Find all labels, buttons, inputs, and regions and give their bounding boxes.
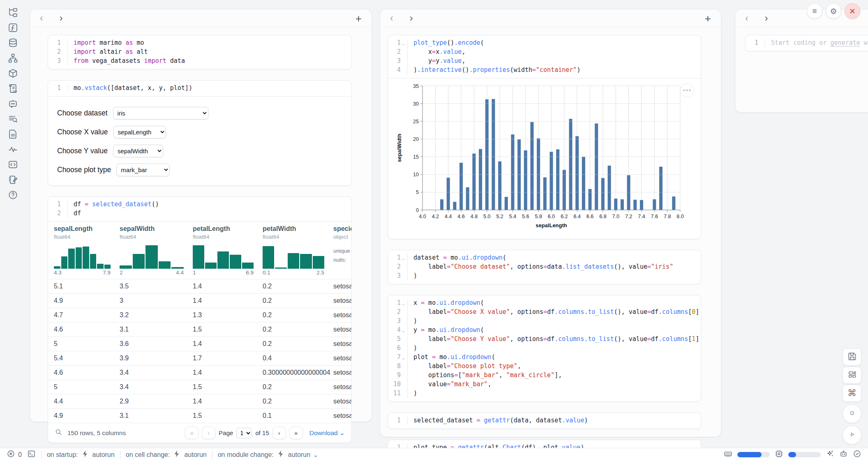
- generate-with-ai-link[interactable]: generate: [831, 39, 860, 46]
- code-editor[interactable]: 1 df = selected_dataset()2 df: [48, 197, 351, 221]
- search-icon[interactable]: [55, 428, 62, 438]
- code-editor[interactable]: 1⌄dataset = mo.ui.dropdown(2 label="Choo…: [388, 250, 701, 284]
- chevron-right-icon[interactable]: ›: [765, 14, 768, 23]
- errors-indicator[interactable]: 0: [7, 449, 22, 460]
- line-number: 7⌄: [388, 353, 408, 362]
- chevron-right-icon[interactable]: ›: [60, 14, 63, 23]
- chevron-left-icon[interactable]: ‹: [40, 14, 43, 23]
- terminal-button[interactable]: [27, 449, 36, 460]
- code-editor[interactable]: 1⌄x = mo.ui.dropdown(2 label="Choose X v…: [388, 295, 701, 401]
- chevron-left-icon[interactable]: ‹: [390, 14, 393, 23]
- menu-button[interactable]: ≡: [807, 3, 822, 19]
- choose-plot-type-select[interactable]: mark_bar: [116, 164, 170, 176]
- dropdown-row: Choose datasetiris: [57, 107, 342, 120]
- code-editor[interactable]: 1 selected_dataset = getattr(data, datas…: [388, 413, 701, 429]
- ai-assist-button[interactable]: [826, 449, 834, 460]
- table-cell: 0.1: [262, 409, 332, 423]
- line-number: 2: [48, 209, 68, 218]
- run-all-button[interactable]: [843, 426, 861, 445]
- page-select[interactable]: 1: [236, 428, 252, 438]
- code-editor[interactable]: 1 mo.vstack([dataset, x, y, plot]): [48, 81, 351, 96]
- column-header-sepalWidth[interactable]: sepalWidthfloat6424.4: [119, 222, 192, 279]
- svg-text:4.0: 4.0: [419, 214, 426, 219]
- table-header-row: sepalLengthfloat644.37.9sepalWidthfloat6…: [48, 222, 351, 279]
- line-number: 1: [48, 200, 68, 209]
- scratchpad-icon[interactable]: [5, 174, 20, 185]
- choose-x-value-select[interactable]: sepalLength: [113, 126, 166, 138]
- table-cell: 3.1: [119, 409, 192, 423]
- svg-text:6.4: 6.4: [574, 214, 581, 219]
- hamburger-icon: ≡: [812, 7, 817, 16]
- code-editor[interactable]: 1⌄plot_type().encode(2 x=x.value,3 y=y.v…: [388, 35, 701, 78]
- table-row: 4.73.21.30.2setosa: [48, 308, 351, 322]
- last-page-button[interactable]: »: [289, 426, 303, 439]
- document-icon[interactable]: [5, 128, 20, 140]
- table-cell: setosa: [332, 337, 351, 351]
- script-icon[interactable]: [5, 83, 20, 94]
- save-button[interactable]: [843, 348, 861, 366]
- snippets-icon[interactable]: [5, 159, 20, 170]
- on-cell-change-config[interactable]: on cell change: autorun: [126, 449, 207, 460]
- chat-bot-icon[interactable]: [5, 98, 20, 109]
- table-cell: 1.5: [192, 409, 262, 423]
- play-icon: [847, 430, 857, 441]
- code-line: 1⌄x = mo.ui.dropdown(: [388, 299, 701, 308]
- connection-status-button[interactable]: [853, 449, 861, 460]
- add-cell-icon[interactable]: +: [356, 13, 362, 24]
- next-page-button[interactable]: ›: [272, 426, 286, 439]
- chevron-right-icon[interactable]: ›: [410, 14, 413, 23]
- svg-text:5.2: 5.2: [496, 214, 503, 219]
- sitemap-icon[interactable]: [5, 52, 20, 64]
- altair-bar-chart[interactable]: 4.04.24.44.64.85.05.25.45.65.86.06.26.46…: [390, 82, 701, 235]
- add-cell-icon[interactable]: +: [705, 13, 711, 24]
- svg-text:5: 5: [416, 189, 419, 195]
- chart-actions-button[interactable]: •••: [680, 83, 694, 97]
- table-cell: 0.2: [262, 308, 332, 322]
- chat-bot-button[interactable]: [839, 449, 848, 460]
- on-startup-config[interactable]: on startup: autorun: [47, 449, 115, 460]
- fold-chevron-icon[interactable]: ⌄: [401, 327, 406, 335]
- layout-toggle-button[interactable]: [843, 366, 861, 384]
- chevron-left-icon[interactable]: ‹: [745, 14, 748, 23]
- close-panel-button[interactable]: ✕: [845, 3, 860, 19]
- table-row: 4.42.91.40.2setosa: [48, 394, 351, 408]
- column-header-sepalLength[interactable]: sepalLengthfloat644.37.9: [53, 222, 119, 279]
- function-icon[interactable]: [5, 22, 20, 33]
- download-button[interactable]: Download ⌄: [309, 429, 345, 437]
- column-header-petalWidth[interactable]: petalWidthfloat640.12.5: [262, 222, 332, 279]
- svg-text:6.6: 6.6: [586, 214, 593, 219]
- settings-button[interactable]: ⚙: [826, 3, 841, 19]
- column-header-species[interactable]: speciesobjectuniquenulls:: [332, 222, 351, 279]
- chevron-down-icon: ⌄: [313, 452, 318, 458]
- chevron-down-icon: ⌄: [339, 429, 345, 436]
- on-module-change-config[interactable]: on module change: autorun ⌄: [218, 449, 318, 460]
- bot-icon: [839, 449, 848, 460]
- database-icon[interactable]: [5, 37, 20, 48]
- activity-icon[interactable]: [5, 143, 20, 155]
- help-icon[interactable]: [5, 189, 20, 201]
- line-number: 8: [388, 362, 408, 371]
- svg-text:30: 30: [413, 101, 419, 107]
- keyboard-shortcuts-button[interactable]: ⌘: [843, 385, 861, 402]
- code-line: 11 ): [388, 389, 701, 398]
- code-editor-placeholder[interactable]: Start coding or generate with AI.: [765, 39, 868, 48]
- file-tree-icon[interactable]: [5, 7, 20, 18]
- fold-chevron-icon[interactable]: ⌄: [401, 254, 406, 263]
- prev-page-button[interactable]: ‹: [202, 426, 215, 439]
- fold-chevron-icon[interactable]: ⌄: [401, 300, 406, 308]
- choose-y-value-select[interactable]: sepalWidth: [113, 145, 163, 157]
- table-cell: 3.6: [119, 337, 192, 351]
- code-editor[interactable]: 1 import marimo as mo2 import altair as …: [48, 35, 351, 69]
- fold-chevron-icon[interactable]: ⌄: [401, 39, 406, 48]
- empty-code-cell[interactable]: 1 Start coding or generate with AI.: [745, 35, 868, 51]
- stop-kernel-button[interactable]: [843, 404, 861, 423]
- table-cell: setosa: [332, 366, 351, 380]
- fold-chevron-icon[interactable]: ⌄: [401, 354, 406, 362]
- line-number: 5: [388, 335, 408, 344]
- column-header-petalLength[interactable]: petalLengthfloat6416.9: [192, 222, 262, 279]
- log-search-icon[interactable]: [5, 113, 20, 124]
- first-page-button[interactable]: «: [185, 426, 199, 439]
- table-row: 4.63.11.50.2setosa: [48, 322, 351, 337]
- package-icon[interactable]: [5, 67, 20, 79]
- choose-dataset-select[interactable]: iris: [113, 107, 208, 120]
